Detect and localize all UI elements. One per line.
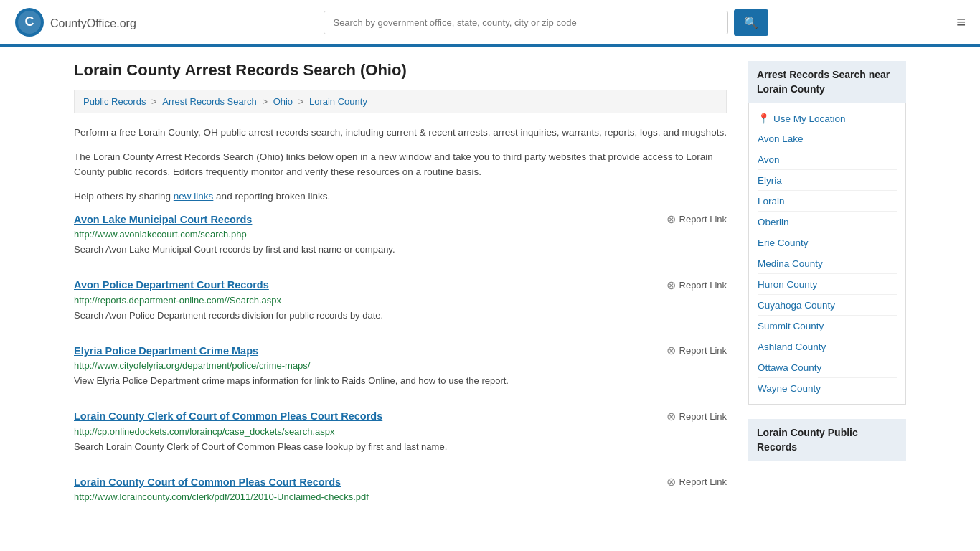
main-container: Lorain County Arrest Records Search (Ohi…	[60, 47, 920, 541]
breadcrumb-arrest-records[interactable]: Arrest Records Search	[162, 96, 257, 107]
records-list: Avon Lake Municipal Court Records ⊗ Repo…	[74, 212, 727, 512]
breadcrumb-sep1: >	[151, 96, 159, 107]
record-item: Lorain County Court of Common Pleas Cour…	[74, 475, 727, 512]
nearby-section: Arrest Records Search near Lorain County…	[748, 61, 906, 405]
report-link-label: Report Link	[679, 345, 727, 356]
public-records-section: Lorain County Public Records	[748, 419, 906, 461]
oberlin-link[interactable]: Oberlin	[758, 217, 789, 227]
desc3-suffix: and reporting broken links.	[213, 191, 330, 202]
summit-county-link[interactable]: Summit County	[758, 321, 824, 331]
report-icon: ⊗	[666, 475, 676, 489]
report-icon: ⊗	[666, 344, 676, 357]
report-link-label: Report Link	[679, 476, 727, 487]
breadcrumb-ohio[interactable]: Ohio	[273, 96, 293, 107]
report-link-label: Report Link	[679, 411, 727, 422]
medina-county-link[interactable]: Medina County	[758, 258, 823, 269]
sidebar-city-elyria: Elyria	[758, 170, 897, 191]
breadcrumb-lorain[interactable]: Lorain County	[309, 96, 367, 107]
report-link-label: Report Link	[679, 280, 727, 291]
record-title-link[interactable]: Elyria Police Department Crime Maps	[74, 345, 258, 357]
report-link-button[interactable]: ⊗ Report Link	[666, 344, 727, 357]
record-url: http://reports.department-online.com//Se…	[74, 295, 727, 306]
record-description: Search Avon Lake Municipal Court records…	[74, 242, 727, 257]
breadcrumb-sep3: >	[298, 96, 306, 107]
page-title: Lorain County Arrest Records Search (Ohi…	[74, 61, 727, 80]
svg-text:C: C	[25, 14, 34, 29]
report-icon: ⊗	[666, 410, 676, 423]
record-title-row: Elyria Police Department Crime Maps ⊗ Re…	[74, 344, 727, 357]
sidebar-city-oberlin: Oberlin	[758, 212, 897, 232]
sidebar-city-avon: Avon	[758, 149, 897, 170]
erie-county-link[interactable]: Erie County	[758, 237, 809, 248]
sidebar-county-ashland: Ashland County	[758, 336, 897, 357]
report-link-button[interactable]: ⊗ Report Link	[666, 475, 727, 489]
new-links-link[interactable]: new links	[174, 191, 214, 202]
search-button[interactable]: 🔍	[734, 9, 768, 36]
site-header: C CountyOffice.org 🔍 ≡	[0, 0, 980, 47]
breadcrumb-sep2: >	[262, 96, 270, 107]
search-area: 🔍	[324, 9, 768, 36]
content-area: Lorain County Arrest Records Search (Ohi…	[74, 61, 727, 527]
cuyahoga-county-link[interactable]: Cuyahoga County	[758, 300, 835, 311]
public-records-header: Lorain County Public Records	[748, 419, 906, 461]
avon-lake-link[interactable]: Avon Lake	[758, 133, 804, 144]
ottawa-county-link[interactable]: Ottawa County	[758, 362, 821, 373]
huron-county-link[interactable]: Huron County	[758, 279, 817, 290]
avon-link[interactable]: Avon	[758, 154, 780, 165]
sidebar-county-summit: Summit County	[758, 316, 897, 336]
description-3: Help others by sharing new links and rep…	[74, 189, 727, 204]
report-link-button[interactable]: ⊗ Report Link	[666, 212, 727, 226]
record-title-row: Lorain County Court of Common Pleas Cour…	[74, 475, 727, 489]
record-description: Search Lorain County Clerk of Court of C…	[74, 440, 727, 454]
record-url: http://cp.onlinedockets.com/loraincp/cas…	[74, 426, 727, 437]
logo-icon: C	[14, 7, 44, 37]
record-title-row: Lorain County Clerk of Court of Common P…	[74, 410, 727, 423]
report-link-button[interactable]: ⊗ Report Link	[666, 410, 727, 423]
record-item: Elyria Police Department Crime Maps ⊗ Re…	[74, 344, 727, 395]
record-title-link[interactable]: Lorain County Clerk of Court of Common P…	[74, 410, 382, 422]
sidebar-county-wayne: Wayne County	[758, 378, 897, 398]
sidebar-city-avon-lake: Avon Lake	[758, 128, 897, 149]
report-link-label: Report Link	[679, 214, 727, 225]
record-url: http://www.loraincounty.com/clerk/pdf/20…	[74, 491, 727, 502]
sidebar-city-lorain: Lorain	[758, 191, 897, 212]
desc3-prefix: Help others by sharing	[74, 191, 174, 202]
description-1: Perform a free Lorain County, OH public …	[74, 125, 727, 141]
report-link-button[interactable]: ⊗ Report Link	[666, 278, 727, 292]
logo-area[interactable]: C CountyOffice.org	[14, 7, 136, 37]
logo-name: CountyOffice	[50, 17, 116, 29]
location-pin-icon: 📍	[758, 113, 770, 124]
sidebar-county-medina: Medina County	[758, 253, 897, 274]
logo-suffix: .org	[116, 17, 136, 29]
record-title-row: Avon Police Department Court Records ⊗ R…	[74, 278, 727, 292]
report-icon: ⊗	[666, 278, 676, 292]
elyria-link[interactable]: Elyria	[758, 175, 782, 186]
ashland-county-link[interactable]: Ashland County	[758, 342, 826, 352]
record-item: Lorain County Clerk of Court of Common P…	[74, 410, 727, 461]
sidebar-county-erie: Erie County	[758, 232, 897, 253]
report-icon: ⊗	[666, 212, 676, 226]
menu-button[interactable]: ≡	[956, 14, 966, 30]
header-right: ≡	[956, 14, 966, 30]
sidebar: Arrest Records Search near Lorain County…	[748, 61, 906, 527]
record-description: View Elyria Police Department crime maps…	[74, 374, 727, 388]
record-url: http://www.avonlakecourt.com/search.php	[74, 229, 727, 240]
search-input[interactable]	[324, 11, 728, 34]
record-title-link[interactable]: Lorain County Court of Common Pleas Cour…	[74, 476, 341, 488]
sidebar-nearby-content: 📍 Use My Location Avon Lake Avon Elyria …	[748, 103, 906, 405]
use-my-location-link[interactable]: Use My Location	[773, 113, 846, 124]
record-description: Search Avon Police Department records di…	[74, 309, 727, 323]
record-title-link[interactable]: Avon Police Department Court Records	[74, 279, 269, 291]
breadcrumb: Public Records > Arrest Records Search >…	[74, 90, 727, 113]
record-item: Avon Police Department Court Records ⊗ R…	[74, 278, 727, 330]
record-title-row: Avon Lake Municipal Court Records ⊗ Repo…	[74, 212, 727, 226]
sidebar-county-huron: Huron County	[758, 274, 897, 295]
lorain-link[interactable]: Lorain	[758, 196, 785, 207]
use-my-location-item[interactable]: 📍 Use My Location	[758, 109, 897, 128]
breadcrumb-public-records[interactable]: Public Records	[83, 96, 146, 107]
record-title-link[interactable]: Avon Lake Municipal Court Records	[74, 214, 252, 225]
search-icon: 🔍	[744, 17, 758, 29]
sidebar-county-cuyahoga: Cuyahoga County	[758, 295, 897, 316]
wayne-county-link[interactable]: Wayne County	[758, 383, 821, 394]
sidebar-county-ottawa: Ottawa County	[758, 357, 897, 378]
